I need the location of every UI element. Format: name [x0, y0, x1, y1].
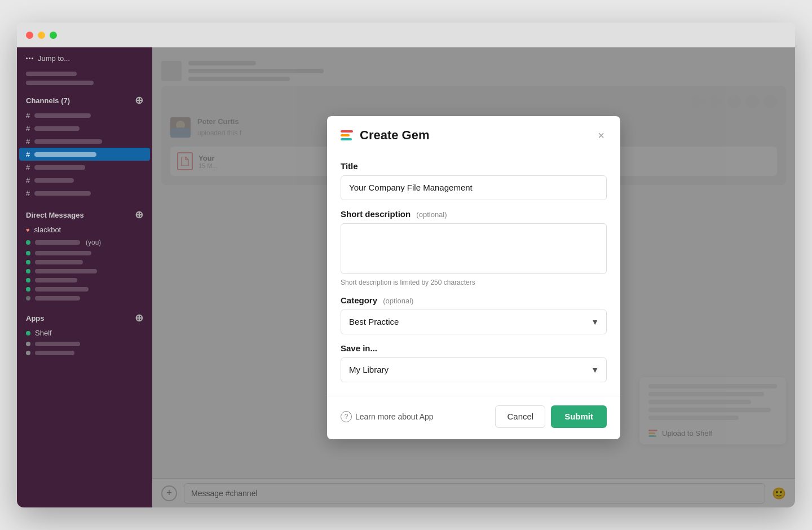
channel-name — [34, 113, 91, 118]
dm-item[interactable] — [17, 267, 152, 276]
app-name — [35, 342, 80, 346]
dm-name — [35, 296, 80, 301]
hash-icon: # — [26, 124, 30, 132]
channels-header: Channels (7) ⊕ — [17, 92, 152, 109]
online-dot — [26, 240, 30, 245]
shelf-app-label: Shelf — [35, 329, 52, 337]
sidebar-channel-item[interactable]: # — [17, 174, 152, 187]
modal-title: Create Gem — [360, 128, 430, 143]
channel-name — [34, 191, 91, 196]
dm-item-you[interactable]: (you) — [17, 236, 152, 249]
sidebar: Jump to... Channels (7) ⊕ # — [17, 47, 152, 507]
channel-name — [34, 165, 85, 170]
online-dot — [26, 269, 30, 273]
close-traffic-light[interactable] — [26, 32, 33, 39]
hash-icon: # — [26, 176, 30, 184]
modal-footer: ? Learn more about App Cancel Submit — [327, 396, 620, 439]
modal-body: Title Short description (optional) Short… — [327, 152, 620, 396]
you-label: (you) — [86, 238, 101, 246]
add-dm-button[interactable]: ⊕ — [135, 210, 143, 220]
active-channel-item[interactable]: # — [19, 148, 150, 161]
help-circle-icon: ? — [341, 411, 352, 422]
category-form-group: Category (optional) Best Practice How-To… — [341, 295, 607, 334]
online-dot — [26, 278, 30, 282]
title-label: Title — [341, 161, 607, 171]
slackbot-label: slackbot — [34, 226, 61, 234]
save-in-select-wrapper: My Library Team Library Company Library … — [341, 357, 607, 382]
maximize-traffic-light[interactable] — [50, 32, 57, 39]
shelf-app-item[interactable]: Shelf — [17, 326, 152, 339]
dm-item[interactable] — [17, 249, 152, 258]
online-dot — [26, 287, 30, 292]
title-input[interactable] — [341, 175, 607, 200]
menu-icon — [26, 58, 33, 59]
sidebar-channel-item[interactable]: # — [17, 161, 152, 174]
dm-item[interactable] — [17, 285, 152, 294]
app-online-dot — [26, 331, 30, 335]
cancel-button[interactable]: Cancel — [495, 405, 545, 428]
modal-header: Create Gem × — [327, 116, 620, 152]
jump-to[interactable]: Jump to... — [17, 47, 152, 69]
channel-name — [34, 139, 102, 144]
add-app-button[interactable]: ⊕ — [135, 313, 143, 323]
hash-icon: # — [26, 137, 30, 145]
description-label: Short description (optional) — [341, 209, 607, 219]
channel-name — [34, 178, 74, 183]
footer-buttons: Cancel Submit — [495, 405, 607, 428]
dm-header: Direct Messages ⊕ — [17, 206, 152, 223]
online-dot — [26, 260, 30, 264]
heart-icon: ♥ — [26, 227, 30, 233]
category-select-wrapper: Best Practice How-To Policy Reference Te… — [341, 310, 607, 334]
dm-name — [35, 278, 77, 282]
app-dot — [26, 351, 30, 355]
sidebar-bar — [26, 72, 77, 76]
modal-close-button[interactable]: × — [595, 127, 607, 143]
description-textarea[interactable] — [341, 223, 607, 274]
dm-name — [35, 251, 91, 255]
app-item[interactable] — [17, 339, 152, 348]
hash-icon: # — [26, 150, 30, 158]
dm-item[interactable] — [17, 294, 152, 303]
dm-name — [35, 287, 89, 292]
sidebar-channel-item[interactable]: # — [17, 109, 152, 122]
minimize-traffic-light[interactable] — [38, 32, 45, 39]
app-name — [35, 351, 74, 355]
dm-item[interactable] — [17, 276, 152, 285]
hash-icon: # — [26, 111, 30, 120]
hash-icon: # — [26, 189, 30, 197]
channels-label: Channels (7) — [26, 96, 70, 105]
dm-label: Direct Messages — [26, 211, 84, 219]
channel-name — [34, 126, 80, 131]
add-channel-button[interactable]: ⊕ — [135, 95, 143, 105]
dm-name — [35, 240, 80, 245]
modal-title-row: Create Gem — [341, 128, 430, 143]
sidebar-channel-item[interactable]: # — [17, 122, 152, 135]
title-bar — [17, 23, 795, 47]
dm-name — [35, 269, 97, 273]
main-content: Peter Curtis uploaded this f — [152, 47, 795, 507]
dm-item[interactable] — [17, 258, 152, 267]
category-label: Category (optional) — [341, 295, 607, 305]
save-in-label: Save in... — [341, 343, 607, 353]
title-form-group: Title — [341, 161, 607, 200]
description-form-group: Short description (optional) Short descr… — [341, 209, 607, 286]
sidebar-channel-item[interactable]: # — [17, 187, 152, 200]
create-gem-modal: Create Gem × Title — [327, 116, 620, 439]
offline-dot — [26, 296, 30, 301]
app-body: Jump to... Channels (7) ⊕ # — [17, 47, 795, 507]
app-dot — [26, 342, 30, 346]
online-dot — [26, 251, 30, 255]
apps-section: Apps ⊕ Shelf — [17, 305, 152, 360]
sidebar-bar — [26, 81, 94, 85]
app-item[interactable] — [17, 348, 152, 357]
learn-more-link[interactable]: ? Learn more about App — [341, 411, 434, 422]
jump-to-label: Jump to... — [38, 54, 70, 63]
sidebar-channel-item[interactable]: # — [17, 135, 152, 148]
dm-item-slackbot[interactable]: ♥ slackbot — [17, 223, 152, 236]
modal-shelf-logo — [341, 130, 353, 140]
save-in-select[interactable]: My Library Team Library Company Library — [341, 357, 607, 382]
submit-button[interactable]: Submit — [551, 405, 607, 428]
hash-icon: # — [26, 163, 30, 171]
app-window: Jump to... Channels (7) ⊕ # — [17, 23, 795, 507]
category-select[interactable]: Best Practice How-To Policy Reference Te… — [341, 310, 607, 334]
